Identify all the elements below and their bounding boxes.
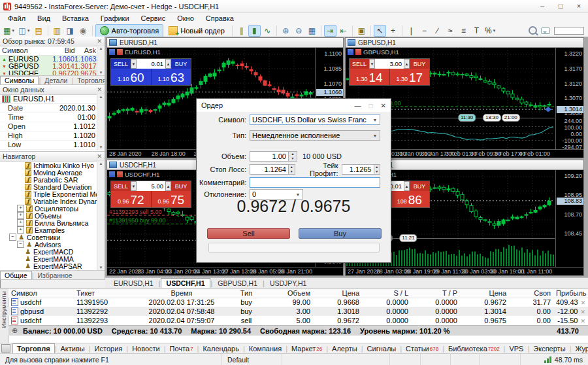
data-window-icon[interactable]: ◨	[64, 25, 76, 37]
navigator-item-triple-exponential-movin[interactable]: ƒTriple Exponential Movin	[0, 190, 97, 198]
market-watch-close-icon[interactable]: ✕	[97, 38, 102, 44]
search-icon[interactable]	[529, 26, 537, 35]
market-watch-tab-Детали[interactable]: Детали	[41, 77, 71, 84]
collapse-icon[interactable]: −	[9, 234, 16, 241]
terminal-tab-торговля[interactable]: Торговля	[12, 343, 55, 353]
terminal-column-7[interactable]: T / P	[411, 288, 460, 298]
navigator-item-expertmacd[interactable]: ♟ExpertMACD	[0, 248, 97, 255]
sell-price[interactable]: 1.1060	[111, 69, 151, 85]
menu-item-5[interactable]: Сервис	[135, 13, 172, 24]
candles-icon[interactable]: ▮	[248, 25, 261, 37]
symbol-select[interactable]: USDCHF, US Dollar vs Swiss Franc ▼	[250, 114, 380, 125]
minimize-button[interactable]: –	[533, 0, 551, 12]
sell-button[interactable]: Sell	[207, 228, 290, 239]
stop-loss-input[interactable]	[250, 164, 289, 175]
price-axis[interactable]: 109.20108.95108.70108.45108.83	[555, 170, 583, 268]
one-click-sell-button[interactable]: SELL	[350, 59, 369, 69]
buy-price[interactable]: 10886	[389, 191, 430, 207]
order-dialog-titlebar[interactable]: Ордер — □ ✕	[197, 99, 391, 112]
navigator-close-icon[interactable]: ✕	[97, 153, 102, 160]
crosshair-icon[interactable]: +	[387, 25, 399, 37]
one-click-buy-button[interactable]: BUY	[171, 59, 191, 69]
vertical-line-icon[interactable]: |	[405, 25, 417, 37]
depth-of-market-icon[interactable]	[117, 171, 123, 177]
market-watch-tab-Торговля[interactable]: Торговля	[73, 77, 105, 84]
one-click-buy-button[interactable]: BUY	[171, 181, 191, 191]
terminal-column-4[interactable]: Объем	[265, 288, 313, 298]
terminal-tab-алерты[interactable]: Алерты	[328, 344, 361, 353]
navigator-item-билла-вильямса[interactable]: +ƒБилла Вильямса	[0, 219, 97, 226]
expand-icon[interactable]: +	[17, 212, 24, 219]
close-position-icon[interactable]: ✕	[580, 309, 585, 315]
chart-tab-eurusd-h1[interactable]: EURUSD,H1	[108, 279, 159, 288]
buy-price[interactable]: 1.3017	[389, 69, 430, 85]
column-header[interactable]: Символ	[0, 46, 47, 55]
terminal-tab-активы[interactable]: Активы	[57, 344, 89, 353]
navigator-item-parabolic-sar[interactable]: ƒParabolic SAR	[0, 176, 97, 183]
text-icon[interactable]: T	[470, 25, 483, 37]
zoom-out-icon[interactable]: ⊖	[293, 25, 305, 37]
terminal-column-6[interactable]: S / L	[362, 288, 411, 298]
collapse-icon[interactable]: −	[17, 241, 24, 248]
arrows-icon[interactable]: %▼	[483, 25, 498, 37]
one-click-buy-button[interactable]: BUY	[410, 181, 429, 191]
data-window-scrollbar[interactable]: ▲▼	[97, 94, 105, 150]
terminal-tab-компания[interactable]: Компания	[245, 344, 286, 353]
close-position-icon[interactable]: ✕	[580, 318, 585, 324]
one-click-volume-input[interactable]: 0.01	[137, 59, 165, 69]
menu-item-1[interactable]: Файл	[2, 13, 31, 24]
terminal-column-9[interactable]: Своп	[509, 288, 553, 298]
terminal-tab-статьи[interactable]: Статьи678	[402, 344, 442, 353]
terminal-tab-новости[interactable]: Новости	[128, 344, 164, 353]
column-header[interactable]: Bid	[47, 46, 75, 55]
auto-scroll-icon[interactable]: ⇥	[324, 25, 336, 37]
terminal-tab-эксперты[interactable]: Эксперты	[529, 344, 569, 353]
terminal-tab-почта[interactable]: Почта7	[166, 344, 197, 353]
terminal-column-0[interactable]: Символ	[8, 288, 74, 298]
market-watch-tab-Символы[interactable]: Символы	[0, 76, 39, 84]
one-click-icon[interactable]	[109, 49, 115, 55]
one-click-sell-button[interactable]: SELL	[111, 59, 131, 69]
depth-of-market-icon[interactable]	[355, 49, 361, 55]
indicators-icon[interactable]: ▣	[355, 25, 368, 37]
expand-icon[interactable]: +	[17, 226, 24, 234]
volume-increase-button[interactable]: ▲	[165, 59, 171, 69]
fibonacci-icon[interactable]: ≈	[444, 25, 457, 37]
terminal-tab-библиотека[interactable]: Библиотека7202	[444, 344, 504, 353]
chart-title-bar[interactable]: GBPUSD,H1	[346, 38, 583, 48]
one-click-icon[interactable]	[348, 49, 353, 55]
menu-item-4[interactable]: Графики	[95, 13, 135, 24]
data-window-close-icon[interactable]: ✕	[97, 86, 102, 93]
buy-price[interactable]: 1.1063	[151, 69, 191, 85]
dialog-minimize-icon[interactable]: —	[355, 102, 361, 109]
cursor-icon[interactable]: ↖	[374, 25, 386, 37]
terminal-tab-журнал[interactable]: Журнал	[571, 344, 588, 353]
one-click-buy-button[interactable]: BUY	[410, 59, 429, 69]
navigator-item-variable-index-dynamic-a[interactable]: ƒVariable Index Dynamic A	[0, 198, 97, 205]
horizontal-line-icon[interactable]: −	[418, 25, 431, 37]
price-axis[interactable]: 1.32201.31701.31201.30701.30301.3014244.…	[555, 48, 583, 150]
menu-item-6[interactable]: Окно	[171, 13, 200, 24]
terminal-tab-vps[interactable]: VPS	[505, 344, 527, 353]
one-click-volume-input[interactable]: 3.00	[375, 59, 404, 69]
expand-icon[interactable]: +	[17, 219, 24, 226]
expand-icon[interactable]: +	[17, 205, 24, 212]
volume-input[interactable]	[250, 151, 289, 162]
maximize-button[interactable]: □	[551, 0, 570, 12]
navigator-item-ichimoku-kinko-hyo[interactable]: ƒIchimoku Kinko Hyo	[0, 162, 97, 169]
navigator-tab-Общие[interactable]: Общие	[0, 271, 32, 279]
comment-input[interactable]	[250, 177, 380, 188]
volume-increase-button[interactable]: ▲	[404, 59, 410, 69]
chart-title-bar[interactable]: EURUSD,H1	[107, 38, 343, 48]
line-chart-icon[interactable]: ∿	[261, 25, 274, 37]
sell-price[interactable]: 0.9672	[111, 191, 151, 207]
buy-price[interactable]: 0.9675	[151, 191, 191, 207]
history-center-icon[interactable]: ▤	[33, 25, 45, 37]
autotrade-button[interactable]: Авто-торговля	[95, 24, 164, 37]
navigator-scrollbar[interactable]: ▲▼	[97, 161, 105, 271]
navigator-item-expertmama[interactable]: ♟ExpertMAMA	[0, 255, 97, 262]
chart-tab-gbpusd-h1[interactable]: GBPUSD,H1	[212, 279, 263, 288]
one-click-sell-button[interactable]: SELL	[111, 181, 131, 191]
terminal-column-2[interactable]: Время	[136, 288, 227, 298]
terminal-tab-сигналы[interactable]: Сигналы	[363, 344, 400, 353]
